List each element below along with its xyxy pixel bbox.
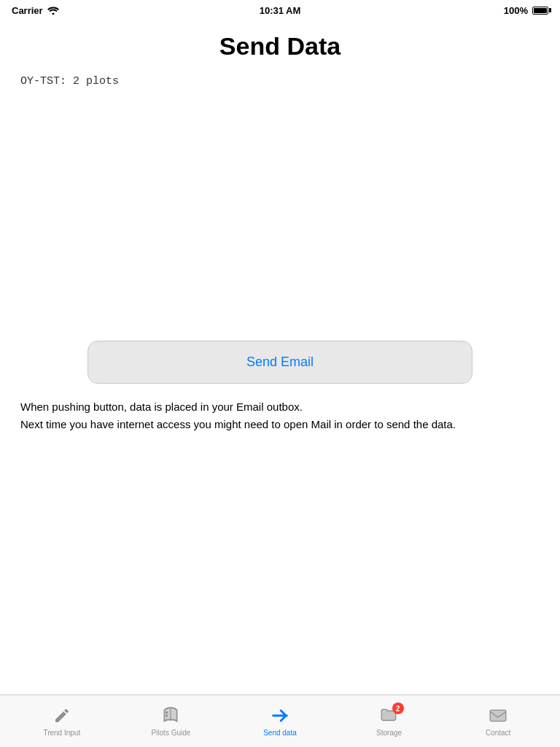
- page-title: Send Data: [0, 20, 560, 69]
- content-spacer: [0, 93, 560, 341]
- status-bar: Carrier 10:31 AM 100%: [0, 0, 560, 20]
- tab-storage-label: Storage: [376, 729, 402, 737]
- status-bar-time: 10:31 AM: [260, 5, 301, 16]
- svg-point-1: [166, 714, 168, 716]
- helper-text-line2: Next time you have internet access you m…: [20, 416, 540, 433]
- data-info: OY-TST: 2 plots: [0, 69, 560, 93]
- tab-trend-input[interactable]: Trend Input: [7, 705, 117, 737]
- carrier-label: Carrier: [12, 5, 43, 16]
- bottom-spacer: [0, 448, 560, 695]
- tab-storage-icon-wrapper: 2: [379, 705, 400, 726]
- helper-text-line1: When pushing button, data is placed in y…: [20, 398, 540, 416]
- wifi-icon: [47, 6, 59, 15]
- status-bar-right: 100%: [504, 5, 548, 16]
- send-email-button[interactable]: Send Email: [88, 341, 472, 384]
- battery-percent: 100%: [504, 5, 528, 16]
- tab-send-data-icon-wrapper: [270, 705, 290, 726]
- tab-contact[interactable]: Contact: [443, 705, 553, 737]
- tab-contact-icon-wrapper: [488, 705, 508, 726]
- status-bar-left: Carrier: [12, 5, 59, 16]
- battery-icon: [532, 7, 548, 15]
- svg-rect-2: [490, 710, 506, 721]
- storage-badge: 2: [392, 703, 404, 714]
- book-icon: [161, 706, 180, 725]
- send-email-btn-container: Send Email: [0, 341, 560, 384]
- tab-trend-input-icon-wrapper: [52, 705, 72, 726]
- tab-storage[interactable]: 2 Storage: [335, 705, 444, 737]
- tab-send-data[interactable]: Send data: [225, 705, 335, 737]
- tab-send-data-label: Send data: [263, 729, 297, 737]
- tab-bar: Trend Input Pilots Guide Send data: [0, 694, 560, 747]
- tab-contact-label: Contact: [486, 729, 510, 737]
- tab-trend-input-label: Trend Input: [43, 729, 80, 737]
- pencil-icon: [53, 707, 71, 724]
- tab-pilots-guide-icon-wrapper: [160, 705, 181, 726]
- svg-point-0: [166, 711, 168, 713]
- arrow-right-icon: [270, 705, 290, 726]
- helper-text: When pushing button, data is placed in y…: [0, 384, 560, 448]
- tab-pilots-guide-label: Pilots Guide: [151, 729, 190, 737]
- tab-pilots-guide[interactable]: Pilots Guide: [117, 705, 226, 737]
- page-wrapper: Carrier 10:31 AM 100% Send Data OY-TST: …: [0, 0, 560, 747]
- envelope-icon: [489, 706, 508, 725]
